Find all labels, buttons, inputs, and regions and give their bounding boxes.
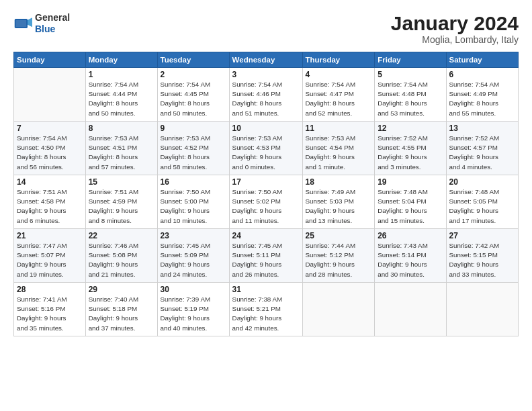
calendar-cell: 16Sunrise: 7:50 AM Sunset: 5:00 PM Dayli… xyxy=(157,175,229,229)
day-info: Sunrise: 7:48 AM Sunset: 5:04 PM Dayligh… xyxy=(378,187,443,226)
calendar-cell: 25Sunrise: 7:44 AM Sunset: 5:12 PM Dayli… xyxy=(302,229,375,283)
day-info: Sunrise: 7:53 AM Sunset: 4:54 PM Dayligh… xyxy=(306,134,372,172)
month-title: January 2024 xyxy=(391,12,519,34)
day-info: Sunrise: 7:39 AM Sunset: 5:19 PM Dayligh… xyxy=(161,295,226,333)
day-number: 30 xyxy=(161,285,226,294)
page-header: General Blue January 2024 Moglia, Lombar… xyxy=(13,12,519,45)
day-number: 17 xyxy=(232,177,300,187)
day-number: 7 xyxy=(17,124,83,133)
day-number: 18 xyxy=(306,177,372,187)
calendar-cell: 29Sunrise: 7:40 AM Sunset: 5:18 PM Dayli… xyxy=(85,283,157,336)
day-info: Sunrise: 7:54 AM Sunset: 4:50 PM Dayligh… xyxy=(17,134,83,172)
day-number: 11 xyxy=(306,124,372,133)
day-info: Sunrise: 7:50 AM Sunset: 5:02 PM Dayligh… xyxy=(232,187,300,226)
day-number: 12 xyxy=(378,124,443,133)
day-number: 21 xyxy=(17,231,83,240)
day-info: Sunrise: 7:53 AM Sunset: 4:52 PM Dayligh… xyxy=(161,134,226,172)
day-info: Sunrise: 7:54 AM Sunset: 4:46 PM Dayligh… xyxy=(232,80,300,118)
day-number: 15 xyxy=(89,177,154,187)
day-number: 13 xyxy=(449,124,516,133)
calendar-table: SundayMondayTuesdayWednesdayThursdayFrid… xyxy=(13,52,519,336)
day-number: 14 xyxy=(17,177,83,187)
calendar-cell: 9Sunrise: 7:53 AM Sunset: 4:52 PM Daylig… xyxy=(157,122,229,175)
logo-icon xyxy=(13,14,32,33)
calendar-cell: 31Sunrise: 7:38 AM Sunset: 5:21 PM Dayli… xyxy=(229,283,302,336)
day-number: 25 xyxy=(306,231,372,240)
calendar-cell: 21Sunrise: 7:47 AM Sunset: 5:07 PM Dayli… xyxy=(14,229,86,283)
calendar-cell: 17Sunrise: 7:50 AM Sunset: 5:02 PM Dayli… xyxy=(229,175,302,229)
calendar-cell: 19Sunrise: 7:48 AM Sunset: 5:04 PM Dayli… xyxy=(375,175,446,229)
weekday-header-thursday: Thursday xyxy=(302,52,375,68)
day-number: 4 xyxy=(306,70,372,79)
weekday-header-row: SundayMondayTuesdayWednesdayThursdayFrid… xyxy=(14,52,519,68)
calendar-week-row: 14Sunrise: 7:51 AM Sunset: 4:58 PM Dayli… xyxy=(14,175,519,229)
day-number: 2 xyxy=(161,70,226,79)
day-number: 31 xyxy=(232,285,300,294)
calendar-cell: 28Sunrise: 7:41 AM Sunset: 5:16 PM Dayli… xyxy=(14,283,86,336)
weekday-header-friday: Friday xyxy=(375,52,446,68)
day-number: 6 xyxy=(449,70,516,79)
logo-general-text: General xyxy=(35,12,70,24)
location-text: Moglia, Lombardy, Italy xyxy=(391,34,519,45)
calendar-cell: 18Sunrise: 7:49 AM Sunset: 5:03 PM Dayli… xyxy=(302,175,375,229)
calendar-cell: 20Sunrise: 7:48 AM Sunset: 5:05 PM Dayli… xyxy=(446,175,519,229)
day-info: Sunrise: 7:49 AM Sunset: 5:03 PM Dayligh… xyxy=(306,187,372,226)
day-info: Sunrise: 7:51 AM Sunset: 4:59 PM Dayligh… xyxy=(89,187,154,226)
weekday-header-saturday: Saturday xyxy=(446,52,519,68)
day-info: Sunrise: 7:45 AM Sunset: 5:11 PM Dayligh… xyxy=(232,241,300,279)
day-info: Sunrise: 7:48 AM Sunset: 5:05 PM Dayligh… xyxy=(449,187,516,226)
calendar-cell: 2Sunrise: 7:54 AM Sunset: 4:45 PM Daylig… xyxy=(157,68,229,122)
calendar-cell: 6Sunrise: 7:54 AM Sunset: 4:49 PM Daylig… xyxy=(446,68,519,122)
calendar-cell: 14Sunrise: 7:51 AM Sunset: 4:58 PM Dayli… xyxy=(14,175,86,229)
day-info: Sunrise: 7:41 AM Sunset: 5:16 PM Dayligh… xyxy=(17,295,83,333)
day-info: Sunrise: 7:52 AM Sunset: 4:57 PM Dayligh… xyxy=(449,134,516,172)
calendar-week-row: 1Sunrise: 7:54 AM Sunset: 4:44 PM Daylig… xyxy=(14,68,519,122)
weekday-header-monday: Monday xyxy=(85,52,157,68)
calendar-cell: 24Sunrise: 7:45 AM Sunset: 5:11 PM Dayli… xyxy=(229,229,302,283)
calendar-cell: 5Sunrise: 7:54 AM Sunset: 4:48 PM Daylig… xyxy=(375,68,446,122)
day-info: Sunrise: 7:45 AM Sunset: 5:09 PM Dayligh… xyxy=(161,241,226,279)
calendar-cell xyxy=(375,283,446,336)
day-info: Sunrise: 7:54 AM Sunset: 4:47 PM Dayligh… xyxy=(306,80,372,118)
day-info: Sunrise: 7:50 AM Sunset: 5:00 PM Dayligh… xyxy=(161,187,226,226)
calendar-cell xyxy=(446,283,519,336)
weekday-header-sunday: Sunday xyxy=(14,52,86,68)
calendar-week-row: 28Sunrise: 7:41 AM Sunset: 5:16 PM Dayli… xyxy=(14,283,519,336)
day-info: Sunrise: 7:51 AM Sunset: 4:58 PM Dayligh… xyxy=(17,187,83,226)
calendar-cell: 8Sunrise: 7:53 AM Sunset: 4:51 PM Daylig… xyxy=(85,122,157,175)
day-info: Sunrise: 7:42 AM Sunset: 5:15 PM Dayligh… xyxy=(449,241,516,279)
calendar-cell: 23Sunrise: 7:45 AM Sunset: 5:09 PM Dayli… xyxy=(157,229,229,283)
day-info: Sunrise: 7:54 AM Sunset: 4:48 PM Dayligh… xyxy=(378,80,443,118)
logo-text: General Blue xyxy=(35,12,70,35)
day-number: 8 xyxy=(89,124,154,133)
day-number: 1 xyxy=(89,70,154,79)
title-block: January 2024 Moglia, Lombardy, Italy xyxy=(391,12,519,45)
day-info: Sunrise: 7:38 AM Sunset: 5:21 PM Dayligh… xyxy=(232,295,300,333)
day-number: 29 xyxy=(89,285,154,294)
calendar-cell: 10Sunrise: 7:53 AM Sunset: 4:53 PM Dayli… xyxy=(229,122,302,175)
calendar-cell: 27Sunrise: 7:42 AM Sunset: 5:15 PM Dayli… xyxy=(446,229,519,283)
day-number: 16 xyxy=(161,177,226,187)
calendar-cell: 1Sunrise: 7:54 AM Sunset: 4:44 PM Daylig… xyxy=(85,68,157,122)
calendar-cell: 22Sunrise: 7:46 AM Sunset: 5:08 PM Dayli… xyxy=(85,229,157,283)
day-number: 5 xyxy=(378,70,443,79)
day-info: Sunrise: 7:43 AM Sunset: 5:14 PM Dayligh… xyxy=(378,241,443,279)
day-info: Sunrise: 7:54 AM Sunset: 4:49 PM Dayligh… xyxy=(449,80,516,118)
day-number: 23 xyxy=(161,231,226,240)
svg-marker-1 xyxy=(28,17,32,27)
day-info: Sunrise: 7:54 AM Sunset: 4:45 PM Dayligh… xyxy=(161,80,226,118)
day-number: 28 xyxy=(17,285,83,294)
day-number: 24 xyxy=(232,231,300,240)
calendar-cell xyxy=(14,68,86,122)
calendar-cell xyxy=(302,283,375,336)
calendar-cell: 11Sunrise: 7:53 AM Sunset: 4:54 PM Dayli… xyxy=(302,122,375,175)
calendar-cell: 3Sunrise: 7:54 AM Sunset: 4:46 PM Daylig… xyxy=(229,68,302,122)
svg-rect-2 xyxy=(16,20,27,28)
weekday-header-tuesday: Tuesday xyxy=(157,52,229,68)
day-info: Sunrise: 7:53 AM Sunset: 4:53 PM Dayligh… xyxy=(232,134,300,172)
day-number: 27 xyxy=(449,231,516,240)
day-number: 19 xyxy=(378,177,443,187)
calendar-cell: 26Sunrise: 7:43 AM Sunset: 5:14 PM Dayli… xyxy=(375,229,446,283)
logo-blue-text: Blue xyxy=(35,24,70,35)
day-info: Sunrise: 7:53 AM Sunset: 4:51 PM Dayligh… xyxy=(89,134,154,172)
